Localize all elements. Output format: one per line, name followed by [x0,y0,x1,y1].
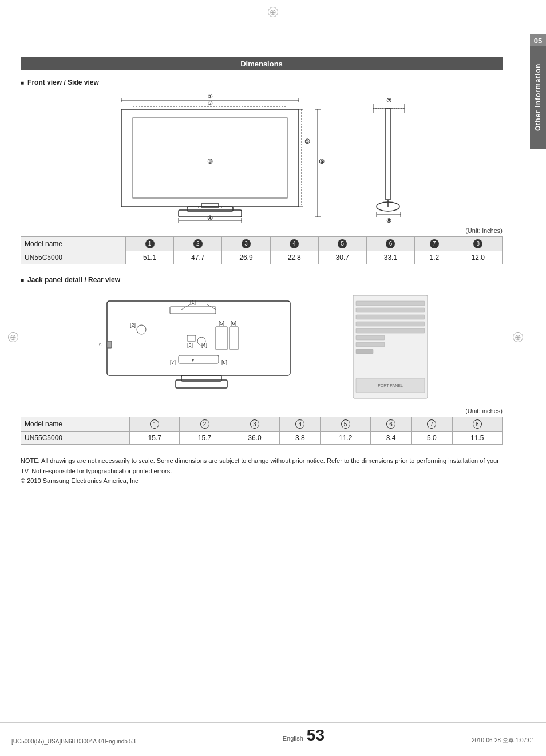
table2-model: UN55C5000 [21,432,130,445]
section2-heading: Jack panel detail / Rear view [21,276,503,284]
table2-val-7: 5.0 [412,432,452,445]
table1-val-3: 26.9 [222,251,270,264]
table2-col-6: 6 [370,417,411,432]
footer-date-info: 2010-06-28 오후 1:07:01 [472,737,535,745]
svg-rect-69 [356,349,373,354]
table1-val-6: 33.1 [366,251,414,264]
table1-val-7: 1.2 [415,251,454,264]
svg-text:[8]: [8] [221,359,227,365]
rear-view-diagram-area: [1] [2] S [3] [4] [5] [6] ▼ [7] [8] [21,290,503,404]
table2-val-2: 15.7 [180,432,230,445]
svg-rect-63 [356,308,425,312]
table1-col-8: 8 [454,237,502,251]
svg-rect-41 [170,307,216,314]
table1-val-1: 51.1 [126,251,174,264]
table2-val-4: 3.8 [280,432,321,445]
svg-rect-67 [356,335,385,340]
svg-point-45 [137,325,146,334]
svg-text:[6]: [6] [231,320,236,326]
table2-val-1: 15.7 [129,432,179,445]
page-footer: [UC5000(55)_USA]BN68-03004A-01Eng.indb 5… [0,722,546,745]
footer-page-number: 53 [307,726,325,745]
table1-col-4: 4 [270,237,318,251]
table1-col-7: 7 [415,237,454,251]
note-section: NOTE: All drawings are not necessarily t… [21,456,503,486]
front-view-diagram-area: ① ② ③ ⑤ ④ ⑥ [21,92,503,224]
table2-col-header: Model name [21,417,130,432]
table-row: UN55C5000 15.7 15.7 36.0 3.8 11.2 3.4 5.… [21,432,503,445]
svg-text:⑥: ⑥ [319,158,325,165]
svg-text:[3]: [3] [187,342,193,348]
svg-text:▼: ▼ [191,358,195,362]
svg-text:⑦: ⑦ [386,97,391,104]
side-view-svg: ⑦ ⑧ [356,92,425,224]
table1-col-5: 5 [318,237,366,251]
table2-val-3: 36.0 [230,432,279,445]
svg-text:[5]: [5] [219,320,224,326]
svg-rect-57 [179,355,219,363]
svg-text:⑤: ⑤ [304,138,310,145]
svg-text:S: S [99,343,102,347]
footer-file-info: [UC5000(55)_USA]BN68-03004A-01Eng.indb 5… [11,738,136,745]
svg-rect-26 [386,108,390,200]
svg-rect-50 [187,335,196,341]
svg-text:⑧: ⑧ [386,217,391,224]
circle-icon: ⊕ [268,7,278,17]
table2-col-3: 3 [230,417,279,432]
dimensions-table-2: Model name 1 2 3 4 5 6 7 8 UN55C5000 15.… [21,417,503,445]
table1-col-1: 1 [126,237,174,251]
table1-model: UN55C5000 [21,251,126,264]
top-decorative-mark: ⊕ [268,7,278,17]
left-margin-mark: ⊕ [8,332,18,342]
svg-rect-66 [356,328,425,333]
front-view-svg: ① ② ③ ⑤ ④ ⑥ [98,92,339,224]
table1-col-header: Model name [21,237,126,251]
note-text: NOTE: All drawings are not necessarily t… [21,456,503,476]
table2-col-7: 7 [412,417,452,432]
unit-label-1: (Unit: inches) [21,227,503,234]
table2-col-1: 1 [129,417,179,432]
dimensions-table-1: Model name 1 2 3 4 5 6 7 8 UN55C5000 51.… [21,236,503,264]
table2-col-2: 2 [180,417,230,432]
svg-rect-62 [356,301,425,306]
rear-panel-detail-svg: PORT PANEL [347,290,433,404]
footer-page-number-container: English 53 [283,726,325,745]
table-row: UN55C5000 51.1 47.7 26.9 22.8 30.7 33.1 … [21,251,503,264]
svg-rect-47 [107,341,112,348]
table2-col-5: 5 [321,417,370,432]
main-content: Dimensions Front view / Side view ① ② [21,0,525,486]
right-circle-icon: ⊕ [513,332,523,342]
table1-val-5: 30.7 [318,251,366,264]
table1-col-2: 2 [174,237,222,251]
svg-rect-64 [356,315,425,319]
table2-val-8: 11.5 [452,432,502,445]
page-title: Dimensions [21,57,503,70]
svg-text:②: ② [208,100,213,106]
svg-text:[7]: [7] [170,359,176,365]
table1-val-4: 22.8 [270,251,318,264]
footer-english-label: English [283,735,303,742]
table2-col-8: 8 [452,417,502,432]
table2-val-5: 11.2 [321,432,370,445]
table2-val-6: 3.4 [370,432,411,445]
table2-col-4: 4 [280,417,321,432]
side-tab-label: Other Information [530,46,546,149]
copyright-text: © 2010 Samsung Electronics America, Inc [21,476,503,486]
svg-text:[1]: [1] [190,299,196,305]
svg-text:[2]: [2] [130,322,136,328]
unit-label-2: (Unit: inches) [21,407,503,414]
svg-rect-65 [356,322,425,326]
svg-text:[4]: [4] [201,342,207,348]
right-margin-mark: ⊕ [513,332,523,342]
table1-col-6: 6 [366,237,414,251]
svg-rect-68 [356,342,385,347]
svg-text:④: ④ [207,215,213,221]
table1-col-3: 3 [222,237,270,251]
svg-text:PORT PANEL: PORT PANEL [378,383,403,387]
section1-heading: Front view / Side view [21,78,503,86]
table1-val-2: 47.7 [174,251,222,264]
svg-rect-54 [230,327,238,350]
rear-view-svg: [1] [2] S [3] [4] [5] [6] ▼ [7] [8] [90,290,330,404]
svg-text:①: ① [208,93,213,100]
table1-val-8: 12.0 [454,251,502,264]
